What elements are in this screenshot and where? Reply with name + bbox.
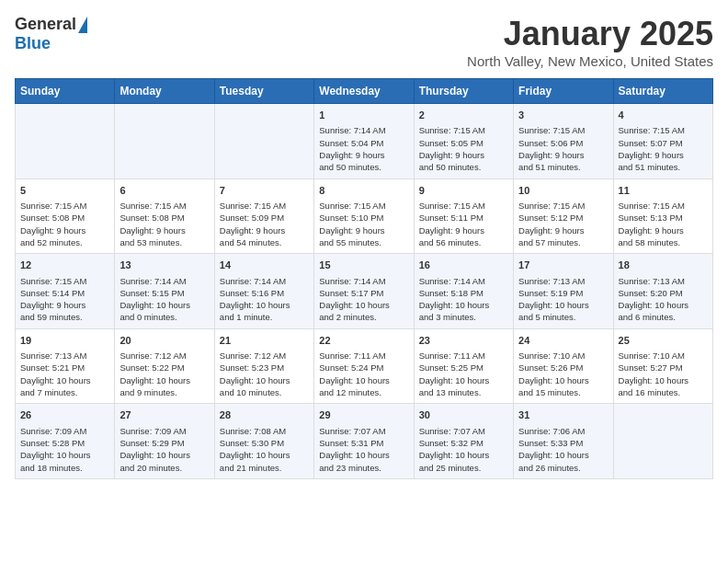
logo-general-text: General [15,15,76,34]
header-cell-sunday: Sunday [16,79,115,104]
day-cell: 29Sunrise: 7:07 AM Sunset: 5:31 PM Dayli… [314,404,414,479]
day-info: Sunrise: 7:15 AM Sunset: 5:14 PM Dayligh… [20,275,109,324]
header-cell-wednesday: Wednesday [314,79,414,104]
day-info: Sunrise: 7:09 AM Sunset: 5:28 PM Dayligh… [20,425,109,474]
day-number: 27 [119,408,209,422]
day-cell: 1Sunrise: 7:14 AM Sunset: 5:04 PM Daylig… [314,104,414,179]
day-cell: 25Sunrise: 7:10 AM Sunset: 5:27 PM Dayli… [613,328,712,404]
day-info: Sunrise: 7:12 AM Sunset: 5:23 PM Dayligh… [220,350,309,398]
day-cell: 16Sunrise: 7:14 AM Sunset: 5:18 PM Dayli… [414,254,513,329]
day-info: Sunrise: 7:06 AM Sunset: 5:33 PM Dayligh… [518,425,608,474]
month-title: January 2025 [467,15,713,53]
day-info: Sunrise: 7:15 AM Sunset: 5:08 PM Dayligh… [119,200,209,248]
day-cell: 3Sunrise: 7:15 AM Sunset: 5:06 PM Daylig… [514,104,613,179]
day-cell: 7Sunrise: 7:15 AM Sunset: 5:09 PM Daylig… [214,178,313,254]
day-number: 31 [518,408,608,422]
day-info: Sunrise: 7:15 AM Sunset: 5:08 PM Dayligh… [20,200,109,248]
day-cell: 24Sunrise: 7:10 AM Sunset: 5:26 PM Dayli… [514,328,613,404]
day-cell: 26Sunrise: 7:09 AM Sunset: 5:28 PM Dayli… [16,404,115,479]
week-row-3: 12Sunrise: 7:15 AM Sunset: 5:14 PM Dayli… [16,254,713,329]
day-cell: 12Sunrise: 7:15 AM Sunset: 5:14 PM Dayli… [16,254,115,329]
logo-arrow-icon [78,17,87,33]
day-info: Sunrise: 7:15 AM Sunset: 5:09 PM Dayligh… [220,200,309,248]
day-info: Sunrise: 7:15 AM Sunset: 5:06 PM Dayligh… [518,124,608,173]
day-info: Sunrise: 7:13 AM Sunset: 5:20 PM Dayligh… [619,275,708,324]
day-info: Sunrise: 7:10 AM Sunset: 5:27 PM Dayligh… [619,350,708,398]
day-cell: 21Sunrise: 7:12 AM Sunset: 5:23 PM Dayli… [214,328,313,404]
day-cell: 8Sunrise: 7:15 AM Sunset: 5:10 PM Daylig… [314,178,414,254]
day-info: Sunrise: 7:15 AM Sunset: 5:11 PM Dayligh… [419,200,508,248]
day-number: 23 [419,334,508,348]
day-number: 10 [518,184,608,198]
day-info: Sunrise: 7:15 AM Sunset: 5:12 PM Dayligh… [518,200,608,248]
day-cell: 30Sunrise: 7:07 AM Sunset: 5:32 PM Dayli… [414,404,513,479]
day-info: Sunrise: 7:14 AM Sunset: 5:15 PM Dayligh… [119,275,209,324]
day-number: 24 [518,334,608,348]
day-cell: 18Sunrise: 7:13 AM Sunset: 5:20 PM Dayli… [613,254,712,329]
day-number: 1 [319,109,408,122]
header-row: SundayMondayTuesdayWednesdayThursdayFrid… [16,79,713,104]
title-block: January 2025 North Valley, New Mexico, U… [467,15,713,69]
day-number: 6 [119,184,209,198]
day-cell: 28Sunrise: 7:08 AM Sunset: 5:30 PM Dayli… [214,404,313,479]
header-cell-tuesday: Tuesday [214,79,313,104]
day-cell: 11Sunrise: 7:15 AM Sunset: 5:13 PM Dayli… [613,178,712,254]
day-info: Sunrise: 7:12 AM Sunset: 5:22 PM Dayligh… [119,350,209,398]
day-number: 2 [419,109,508,122]
week-row-1: 1Sunrise: 7:14 AM Sunset: 5:04 PM Daylig… [16,104,713,179]
day-number: 29 [319,408,408,422]
day-cell: 14Sunrise: 7:14 AM Sunset: 5:16 PM Dayli… [214,254,313,329]
day-info: Sunrise: 7:13 AM Sunset: 5:21 PM Dayligh… [20,350,109,398]
day-info: Sunrise: 7:15 AM Sunset: 5:13 PM Dayligh… [619,200,708,248]
day-info: Sunrise: 7:11 AM Sunset: 5:24 PM Dayligh… [319,350,408,398]
day-cell: 4Sunrise: 7:15 AM Sunset: 5:07 PM Daylig… [613,104,712,179]
day-cell [613,404,712,479]
day-cell [115,104,214,179]
day-number: 30 [419,408,508,422]
day-number: 25 [619,334,708,348]
day-number: 18 [619,259,708,272]
day-number: 3 [518,109,608,122]
week-row-2: 5Sunrise: 7:15 AM Sunset: 5:08 PM Daylig… [16,178,713,254]
day-cell: 31Sunrise: 7:06 AM Sunset: 5:33 PM Dayli… [514,404,613,479]
day-info: Sunrise: 7:07 AM Sunset: 5:31 PM Dayligh… [319,425,408,474]
day-cell [16,104,115,179]
header-cell-saturday: Saturday [613,79,712,104]
logo-blue-text: Blue [15,34,51,53]
day-number: 12 [20,259,109,272]
day-cell: 13Sunrise: 7:14 AM Sunset: 5:15 PM Dayli… [115,254,214,329]
day-number: 7 [220,184,309,198]
day-cell: 19Sunrise: 7:13 AM Sunset: 5:21 PM Dayli… [16,328,115,404]
day-cell: 20Sunrise: 7:12 AM Sunset: 5:22 PM Dayli… [115,328,214,404]
day-cell: 23Sunrise: 7:11 AM Sunset: 5:25 PM Dayli… [414,328,513,404]
day-number: 9 [419,184,508,198]
day-cell: 22Sunrise: 7:11 AM Sunset: 5:24 PM Dayli… [314,328,414,404]
day-number: 16 [419,259,508,272]
day-info: Sunrise: 7:15 AM Sunset: 5:10 PM Dayligh… [319,200,408,248]
day-info: Sunrise: 7:15 AM Sunset: 5:07 PM Dayligh… [619,124,708,173]
calendar-header: SundayMondayTuesdayWednesdayThursdayFrid… [16,79,713,104]
page-header: General Blue January 2025 North Valley, … [15,15,713,69]
day-cell: 17Sunrise: 7:13 AM Sunset: 5:19 PM Dayli… [514,254,613,329]
day-info: Sunrise: 7:14 AM Sunset: 5:16 PM Dayligh… [220,275,309,324]
day-number: 28 [220,408,309,422]
day-cell [214,104,313,179]
header-cell-thursday: Thursday [414,79,513,104]
day-cell: 9Sunrise: 7:15 AM Sunset: 5:11 PM Daylig… [414,178,513,254]
header-cell-friday: Friday [514,79,613,104]
day-number: 20 [119,334,209,348]
header-cell-monday: Monday [115,79,214,104]
day-cell: 6Sunrise: 7:15 AM Sunset: 5:08 PM Daylig… [115,178,214,254]
day-cell: 10Sunrise: 7:15 AM Sunset: 5:12 PM Dayli… [514,178,613,254]
day-cell: 27Sunrise: 7:09 AM Sunset: 5:29 PM Dayli… [115,404,214,479]
day-cell: 2Sunrise: 7:15 AM Sunset: 5:05 PM Daylig… [414,104,513,179]
day-info: Sunrise: 7:14 AM Sunset: 5:04 PM Dayligh… [319,124,408,173]
day-info: Sunrise: 7:14 AM Sunset: 5:17 PM Dayligh… [319,275,408,324]
day-info: Sunrise: 7:14 AM Sunset: 5:18 PM Dayligh… [419,275,508,324]
day-number: 5 [20,184,109,198]
logo: General Blue [15,15,87,53]
day-number: 8 [319,184,408,198]
calendar-body: 1Sunrise: 7:14 AM Sunset: 5:04 PM Daylig… [16,104,713,479]
day-number: 14 [220,259,309,272]
day-info: Sunrise: 7:11 AM Sunset: 5:25 PM Dayligh… [419,350,508,398]
